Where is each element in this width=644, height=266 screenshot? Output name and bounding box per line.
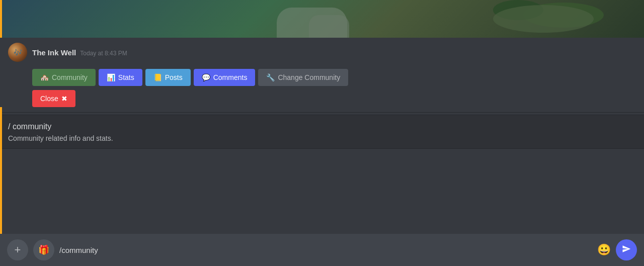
community-emoji-icon: 🏘️ [40,73,49,81]
gift-button[interactable]: 🎁 [33,239,54,260]
section-divider [0,112,644,113]
emoji-face-icon: 😀 [597,243,611,256]
change-community-emoji-icon: 🔧 [266,73,275,81]
command-info-area: / community Community related info and s… [0,115,644,148]
command-description: Community related info and stats. [8,134,636,142]
message-timestamp: Today at 8:43 PM [80,50,127,57]
input-divider [0,148,644,149]
plus-icon: + [15,243,21,256]
posts-button[interactable]: 📒 Posts [145,69,191,86]
stats-emoji-icon: 📊 [107,73,115,81]
close-label: Close [40,95,58,103]
close-emoji-icon: ✖ [61,95,67,103]
command-name: community [13,122,51,131]
message-input[interactable] [59,246,592,254]
stats-label: Stats [118,73,134,81]
action-buttons-row: 🏘️ Community 📊 Stats 📒 Posts 💬 Comments … [8,69,636,86]
message-header: 🎶 The Ink Well Today at 8:43 PM [8,43,636,62]
add-button[interactable]: + [7,239,28,260]
top-image [0,0,644,38]
slash-prefix: / [8,122,10,131]
send-button[interactable] [616,239,637,260]
emoji-picker-button[interactable]: 😀 [597,243,611,256]
posts-emoji-icon: 📒 [153,73,162,81]
input-bar: + 🎁 😀 [0,234,644,266]
gift-icon: 🎁 [38,244,49,255]
comments-button[interactable]: 💬 Comments [194,69,256,86]
comments-label: Comments [213,73,248,81]
community-button[interactable]: 🏘️ Community [32,69,96,86]
change-community-label: Change Community [278,73,340,81]
close-button-row: Close ✖ [8,90,636,107]
command-path: / community [8,122,636,131]
close-button[interactable]: Close ✖ [32,90,75,107]
bot-name: The Ink Well [32,48,76,57]
community-label: Community [52,73,88,81]
comments-emoji-icon: 💬 [202,73,210,81]
stats-button[interactable]: 📊 Stats [99,69,142,86]
avatar: 🎶 [8,43,27,62]
change-community-button[interactable]: 🔧 Change Community [258,69,348,86]
send-icon [622,244,631,256]
posts-label: Posts [165,73,183,81]
